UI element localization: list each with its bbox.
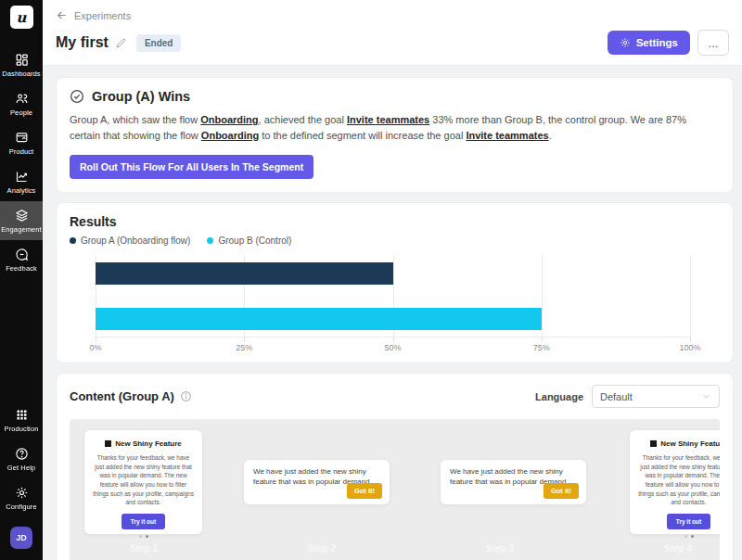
sidebar-item-label: Dashboards	[2, 70, 40, 78]
sidebar-item-feedback[interactable]: Feedback	[0, 240, 43, 279]
gridline	[690, 255, 691, 337]
goal-link[interactable]: Invite teammates	[466, 130, 548, 141]
x-axis: 0% 25% 50% 75% 100%	[96, 337, 690, 355]
legend-label: Group A (Onboarding flow)	[81, 235, 190, 246]
breadcrumb-label: Experiments	[74, 10, 131, 21]
gear-icon	[15, 486, 29, 500]
rollout-button[interactable]: Roll Out This Flow For All Users In The …	[70, 155, 313, 179]
title-actions: Settings ...	[608, 30, 729, 56]
sidebar-item-production[interactable]: Production	[0, 401, 43, 439]
axis-tick-label: 100%	[679, 343, 700, 352]
tick-mark	[542, 337, 543, 341]
page-content: Group (A) Wins Group A, which saw the fl…	[43, 66, 742, 560]
flow-link[interactable]: Onboarding	[200, 114, 258, 125]
goal-link[interactable]: Invite teammates	[347, 114, 429, 125]
settings-gear-icon	[620, 37, 631, 48]
sidebar-nav: Dashboards People Product Analyti	[0, 45, 43, 279]
sidebar-item-label: Product	[9, 147, 34, 156]
info-icon[interactable]	[180, 390, 192, 402]
userpilot-logo[interactable]: u	[10, 6, 33, 29]
tick-mark	[690, 337, 691, 341]
winner-summary: Group A, which saw the flow Onboarding, …	[70, 112, 720, 144]
results-title: Results	[70, 214, 720, 229]
step-label: Step 1	[130, 543, 158, 554]
preview-tooltip-step-2[interactable]: We have just added the new shiny feature…	[244, 460, 390, 504]
sidebar: u Dashboards People Pro	[0, 0, 43, 560]
tick-mark	[393, 337, 394, 341]
breadcrumb[interactable]: Experiments	[56, 9, 729, 21]
bar-group-b[interactable]	[96, 308, 542, 330]
chevron-down-icon	[701, 391, 711, 401]
sidebar-item-get-help[interactable]: Get Help	[0, 439, 43, 478]
tick-mark	[244, 337, 245, 341]
sidebar-item-dashboards[interactable]: Dashboards	[0, 45, 43, 84]
step-label: Step 2	[308, 543, 336, 554]
settings-label: Settings	[636, 37, 678, 48]
modal-body: Thanks for your feedback, we have just a…	[638, 453, 720, 507]
chart-legend: Group A (Onboarding flow) Group B (Contr…	[70, 235, 720, 246]
gridline	[542, 255, 543, 337]
analytics-icon	[15, 170, 29, 184]
preview-modal-step-1[interactable]: New Shiny Feature Thanks for your feedba…	[84, 430, 202, 534]
content-card: Content (Group A) Language Default	[56, 373, 734, 560]
content-title: Content (Group A)	[70, 389, 174, 403]
try-it-out-button[interactable]: Try it out	[122, 514, 165, 529]
sidebar-item-engagement[interactable]: Engagement	[0, 201, 43, 240]
status-badge: Ended	[136, 34, 182, 52]
sidebar-item-configure[interactable]: Configure	[0, 478, 43, 517]
got-it-button[interactable]: Got it!	[347, 483, 382, 499]
step-label: Step 4	[664, 543, 692, 554]
edit-title-icon[interactable]	[115, 37, 127, 49]
sidebar-item-people[interactable]: People	[0, 84, 43, 123]
modal-title: New Shiny Feature	[93, 439, 194, 448]
sidebar-item-product[interactable]: Product	[0, 123, 43, 162]
layers-icon	[15, 209, 29, 223]
page-title: My first	[56, 34, 109, 51]
more-options-button[interactable]: ...	[697, 30, 729, 56]
sidebar-item-label: People	[10, 108, 32, 117]
people-icon	[15, 92, 29, 106]
results-card: Results Group A (Onboarding flow) Group …	[56, 202, 734, 363]
step-label: Step 3	[486, 543, 514, 554]
bar-group-a[interactable]	[96, 262, 393, 285]
got-it-button[interactable]: Got it!	[544, 483, 579, 499]
help-icon	[15, 447, 29, 461]
preview-tooltip-step-3[interactable]: We have just added the new shiny feature…	[441, 460, 586, 504]
legend-item-group-b: Group B (Control)	[207, 235, 291, 246]
apps-grid-icon	[15, 408, 29, 422]
language-select[interactable]: Default	[592, 385, 720, 408]
axis-tick-label: 25%	[236, 343, 252, 352]
dashboards-icon	[15, 53, 29, 67]
sidebar-item-label: Configure	[6, 503, 36, 511]
flow-link[interactable]: Onboarding	[201, 130, 259, 141]
square-bullet-icon	[105, 440, 111, 447]
legend-label: Group B (Control)	[218, 235, 291, 246]
pagination-dots	[93, 535, 194, 538]
back-arrow-icon	[56, 9, 68, 21]
square-bullet-icon	[650, 440, 657, 447]
axis-tick-label: 0%	[89, 343, 101, 352]
sidebar-item-label: Feedback	[6, 264, 37, 273]
sidebar-item-analytics[interactable]: Analytics	[0, 162, 43, 201]
sidebar-item-label: Analytics	[7, 186, 36, 195]
check-circle-icon	[70, 89, 84, 104]
axis-tick-label: 75%	[533, 343, 550, 352]
tick-mark	[96, 337, 96, 341]
main-area: Experiments My first Ended Settings	[43, 0, 742, 560]
language-label: Language	[535, 391, 583, 402]
settings-button[interactable]: Settings	[608, 31, 690, 55]
feedback-icon	[15, 248, 29, 261]
language-value: Default	[600, 391, 633, 402]
page-header: Experiments My first Ended Settings	[43, 0, 742, 66]
legend-dot-group-b	[207, 237, 213, 244]
modal-title: New Shiny Feature	[638, 439, 720, 448]
step-labels: Step 1 Step 2 Step 3 Step 4	[70, 543, 720, 556]
try-it-out-button[interactable]: Try it out	[667, 514, 710, 529]
content-preview-strip: New Shiny Feature Thanks for your feedba…	[70, 419, 720, 560]
sidebar-item-label: Engagement	[1, 225, 42, 234]
winner-title: Group (A) Wins	[92, 89, 190, 104]
preview-modal-step-4[interactable]: New Shiny Feature Thanks for your feedba…	[630, 430, 720, 534]
user-avatar[interactable]: JD	[10, 527, 32, 549]
bar-chart	[96, 255, 690, 337]
product-icon	[15, 131, 29, 145]
